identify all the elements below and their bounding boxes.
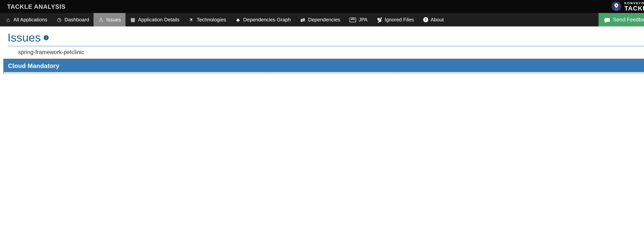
column-header-incidents-found[interactable]: Incidents Found: [191, 73, 272, 74]
dashboard-icon: [56, 17, 62, 22]
rocket-icon: [189, 17, 194, 22]
list-icon: [130, 17, 136, 22]
sort-icon[interactable]: [396, 74, 399, 74]
tackle-analysis-app: TACKLE ANALYSIS KONVEYOR TACKLE All Appl…: [0, 0, 644, 74]
tackle-hook-icon: [612, 2, 622, 11]
nav-item-dependencies-graph[interactable]: Dependencies Graph: [231, 13, 296, 26]
page-title: Issues: [8, 32, 41, 44]
sort-icon[interactable]: [270, 74, 272, 74]
repeat-arrows-icon: [300, 17, 306, 22]
column-header-issue-by-category[interactable]: Issue by Category: [4, 73, 191, 74]
issues-table: Cloud Mandatory Issue by Category Incide…: [3, 59, 644, 74]
warning-icon: [98, 17, 104, 22]
home-icon: [6, 17, 11, 22]
leaf-slash-icon: [377, 17, 382, 22]
column-header-level-of-effort: Level of Effort: [399, 73, 558, 74]
app-brand: TACKLE ANALYSIS: [7, 3, 66, 10]
logo-konveyor-text: KONVEYOR: [624, 2, 644, 5]
main-nav: All Applications Dashboard Issues Applic…: [0, 13, 644, 26]
jpa-badge-icon: JPA: [350, 18, 356, 22]
application-name: spring-framework-petclinic: [18, 49, 644, 55]
nav-item-ignored-files[interactable]: Ignored Files: [372, 13, 418, 26]
konveyor-tackle-logo: KONVEYOR TACKLE: [612, 2, 644, 12]
column-header-story-points-per-incident[interactable]: Story Points per Incident: [272, 73, 399, 74]
nav-item-application-details[interactable]: Application Details: [126, 13, 184, 26]
nav-item-dashboard[interactable]: Dashboard: [52, 13, 94, 26]
title-underline: [8, 46, 644, 46]
logo-tackle-text: TACKLE: [624, 5, 644, 12]
top-bar: TACKLE ANALYSIS KONVEYOR TACKLE: [0, 0, 644, 13]
nav-item-about[interactable]: ? About: [418, 13, 448, 26]
main-content: Issues i spring-framework-petclinic Clou…: [0, 26, 644, 74]
nav-item-issues[interactable]: Issues: [94, 13, 126, 26]
info-icon[interactable]: i: [44, 35, 49, 40]
table-title: Cloud Mandatory: [4, 59, 644, 72]
table-column-headers: Issue by Category Incidents Found Story …: [4, 72, 644, 74]
comment-bubble-icon: [604, 18, 610, 22]
nav-item-dependencies[interactable]: Dependencies: [296, 13, 345, 26]
nav-item-all-applications[interactable]: All Applications: [1, 13, 52, 26]
question-circle-icon: ?: [423, 17, 428, 22]
sort-icon[interactable]: [8, 74, 10, 74]
send-feedback-button[interactable]: Send Feedback: [599, 13, 644, 26]
nav-item-jpa[interactable]: JPA JPA: [345, 13, 372, 26]
column-header-total-story-points[interactable]: Total Story Points: [558, 73, 644, 74]
nav-item-technologies[interactable]: Technologies: [184, 13, 231, 26]
tree-icon: [235, 17, 241, 22]
